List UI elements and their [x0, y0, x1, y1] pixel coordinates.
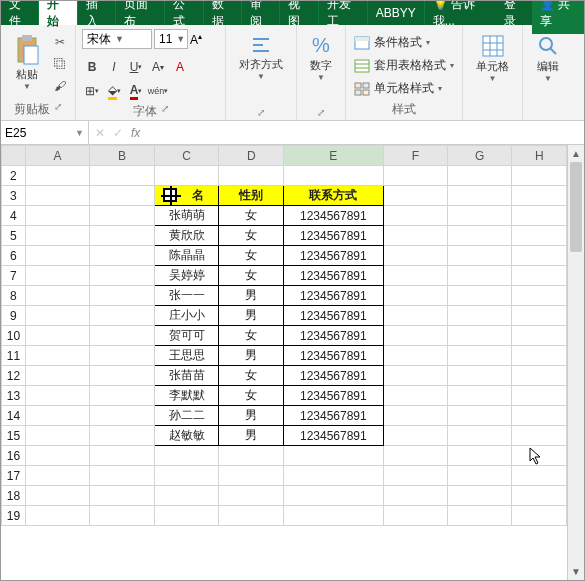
number-format-button[interactable]: % 数字 ▼: [303, 29, 339, 87]
cell[interactable]: [90, 446, 154, 466]
cell[interactable]: 陈晶晶: [154, 246, 219, 266]
font-color-button[interactable]: A▾: [126, 81, 146, 101]
cancel-button[interactable]: ✕: [95, 126, 105, 140]
cell[interactable]: [25, 166, 89, 186]
cell[interactable]: 王思思: [154, 346, 219, 366]
cell[interactable]: [284, 466, 384, 486]
cell[interactable]: [383, 426, 447, 446]
cell[interactable]: [219, 506, 284, 526]
cell[interactable]: 1234567891: [284, 346, 384, 366]
cell[interactable]: 1234567891: [284, 306, 384, 326]
cell[interactable]: [448, 246, 512, 266]
cell[interactable]: [90, 386, 154, 406]
cell[interactable]: [25, 406, 89, 426]
cell[interactable]: [512, 306, 567, 326]
cell[interactable]: [90, 166, 154, 186]
editing-button[interactable]: 编辑 ▼: [529, 29, 567, 88]
cell[interactable]: [448, 186, 512, 206]
font-size-combo[interactable]: 11▼: [154, 29, 188, 49]
cell[interactable]: [90, 406, 154, 426]
cell[interactable]: [25, 286, 89, 306]
cell[interactable]: 张萌萌: [154, 206, 219, 226]
cell[interactable]: [25, 246, 89, 266]
cell[interactable]: [512, 186, 567, 206]
cell[interactable]: [512, 466, 567, 486]
cell[interactable]: [383, 226, 447, 246]
shrink-font-button[interactable]: A▾: [148, 57, 168, 77]
cell[interactable]: [90, 226, 154, 246]
row-header[interactable]: 11: [2, 346, 26, 366]
cell[interactable]: [90, 286, 154, 306]
cell[interactable]: 赵敏敏: [154, 426, 219, 446]
cell[interactable]: 名: [154, 186, 219, 206]
cell[interactable]: 张一一: [154, 286, 219, 306]
cell[interactable]: [25, 206, 89, 226]
cell[interactable]: [512, 346, 567, 366]
formula-input[interactable]: [148, 126, 578, 140]
cell[interactable]: [90, 346, 154, 366]
cell[interactable]: 1234567891: [284, 366, 384, 386]
cells-button[interactable]: 单元格 ▼: [469, 29, 516, 88]
cell[interactable]: 孙二二: [154, 406, 219, 426]
scroll-down-arrow[interactable]: ▼: [568, 563, 584, 580]
tab-页面布[interactable]: 页面布: [116, 1, 165, 25]
cell[interactable]: [512, 406, 567, 426]
cell[interactable]: [90, 246, 154, 266]
cell[interactable]: [154, 466, 219, 486]
tab-数据[interactable]: 数据: [204, 1, 242, 25]
cell[interactable]: 1234567891: [284, 266, 384, 286]
cell[interactable]: [383, 386, 447, 406]
row-header[interactable]: 18: [2, 486, 26, 506]
cell[interactable]: 1234567891: [284, 286, 384, 306]
cell[interactable]: [284, 486, 384, 506]
conditional-formatting-button[interactable]: 条件格式▾: [352, 33, 432, 52]
cell[interactable]: [383, 366, 447, 386]
cell[interactable]: 1234567891: [284, 246, 384, 266]
cell[interactable]: [383, 406, 447, 426]
cell[interactable]: [25, 426, 89, 446]
cell[interactable]: [448, 446, 512, 466]
cell[interactable]: [219, 486, 284, 506]
cell[interactable]: 吴婷婷: [154, 266, 219, 286]
cell[interactable]: [448, 206, 512, 226]
col-header-E[interactable]: E: [284, 146, 384, 166]
cell[interactable]: [219, 446, 284, 466]
cell[interactable]: 男: [219, 406, 284, 426]
cell[interactable]: 女: [219, 366, 284, 386]
cell[interactable]: [448, 166, 512, 186]
cell[interactable]: [512, 266, 567, 286]
cell[interactable]: [448, 226, 512, 246]
tab-file[interactable]: 文件: [1, 1, 39, 25]
cell[interactable]: 女: [219, 226, 284, 246]
copy-button[interactable]: ⿻: [51, 55, 69, 73]
cell[interactable]: [383, 186, 447, 206]
tab-插入[interactable]: 插入: [78, 1, 116, 25]
row-header[interactable]: 12: [2, 366, 26, 386]
cell[interactable]: 女: [219, 326, 284, 346]
row-header[interactable]: 13: [2, 386, 26, 406]
row-header[interactable]: 3: [2, 186, 26, 206]
font-name-combo[interactable]: 宋体▼: [82, 29, 152, 49]
cell[interactable]: [25, 266, 89, 286]
cell[interactable]: [219, 466, 284, 486]
enter-button[interactable]: ✓: [113, 126, 123, 140]
cell[interactable]: [25, 446, 89, 466]
cell[interactable]: [512, 326, 567, 346]
cell[interactable]: [448, 326, 512, 346]
worksheet-grid[interactable]: ABCDEFGH 23名性别联系方式4张萌萌女12345678915黄欣欣女12…: [1, 145, 567, 526]
cell[interactable]: 男: [219, 286, 284, 306]
cell[interactable]: [448, 266, 512, 286]
row-header[interactable]: 6: [2, 246, 26, 266]
cell[interactable]: [25, 366, 89, 386]
cell[interactable]: [383, 306, 447, 326]
phonetic-button[interactable]: wén▾: [148, 81, 168, 101]
underline-button[interactable]: U▾: [126, 57, 146, 77]
cell[interactable]: [383, 446, 447, 466]
col-header-D[interactable]: D: [219, 146, 284, 166]
cell[interactable]: [512, 446, 567, 466]
cell[interactable]: [25, 486, 89, 506]
cell[interactable]: [25, 346, 89, 366]
cell[interactable]: [25, 186, 89, 206]
cell[interactable]: [90, 306, 154, 326]
vertical-scrollbar[interactable]: ▲ ▼: [567, 145, 584, 580]
